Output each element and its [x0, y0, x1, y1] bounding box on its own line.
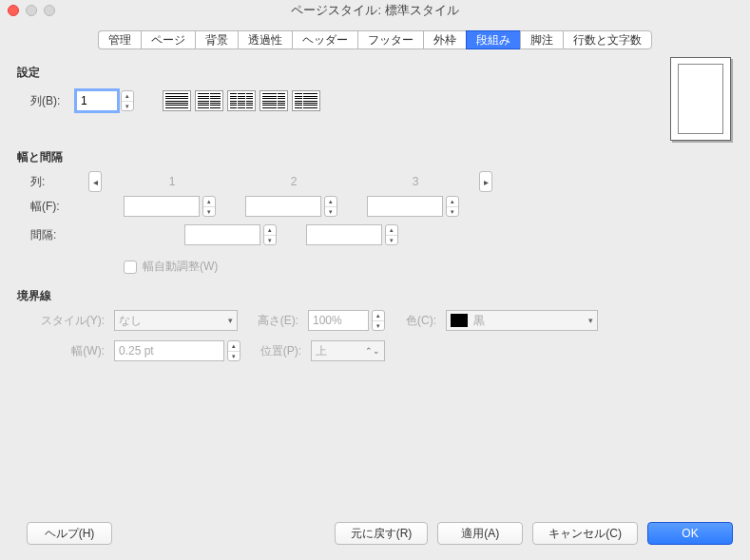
sep-color-label: 色(C): [398, 313, 446, 329]
tab-border[interactable]: 外枠 [423, 30, 466, 49]
tab-textgrid[interactable]: 行数と文字数 [563, 30, 652, 49]
sep-width-stepper[interactable]: ▴▾ [227, 340, 240, 361]
page-preview [670, 57, 731, 141]
columns-stepper[interactable]: ▴▾ [121, 90, 134, 111]
tab-footer[interactable]: フッター [357, 30, 423, 49]
window-minimize-icon [26, 5, 37, 16]
width-input-2[interactable] [245, 196, 321, 217]
col-prev-icon[interactable]: ◂ [88, 171, 102, 192]
spacing-stepper-1[interactable]: ▴▾ [263, 224, 277, 245]
preset-2col[interactable] [195, 90, 223, 111]
tab-footnote[interactable]: 脚注 [520, 30, 563, 49]
section-width-spacing: 幅と間隔 [17, 149, 733, 165]
window-close-icon[interactable] [8, 5, 19, 16]
sep-pos-select[interactable]: 上 ⌃⌄ [311, 340, 385, 361]
width-input-3[interactable] [367, 196, 443, 217]
tab-page[interactable]: ページ [141, 30, 195, 49]
reset-button[interactable]: 元に戻す(R) [335, 522, 429, 545]
colhead-3: 3 [355, 175, 476, 188]
chevron-down-icon: ▾ [588, 316, 593, 325]
width-stepper-1[interactable]: ▴▾ [202, 196, 216, 217]
col-label: 列: [30, 174, 86, 190]
sep-height-stepper[interactable]: ▴▾ [372, 310, 385, 331]
width-input-1[interactable] [124, 196, 200, 217]
spacing-input-2[interactable] [306, 224, 382, 245]
spacing-input-1[interactable] [184, 224, 260, 245]
color-swatch-icon [451, 314, 468, 327]
tab-organize[interactable]: 管理 [98, 30, 141, 49]
sep-color-value: 黒 [473, 313, 485, 329]
sep-width-input[interactable] [114, 340, 224, 361]
preset-1col[interactable] [163, 90, 191, 111]
dialog-title: ページスタイル: 標準スタイル [291, 2, 458, 19]
cancel-button[interactable]: キャンセル(C) [532, 522, 638, 545]
section-settings: 設定 [17, 65, 733, 81]
apply-button[interactable]: 適用(A) [437, 522, 523, 545]
tab-transparency[interactable]: 透過性 [238, 30, 292, 49]
sep-height-input[interactable] [308, 310, 369, 331]
width-label: 幅(F): [30, 199, 106, 215]
section-separator: 境界線 [17, 288, 733, 304]
autowidth-label: 幅自動調整(W) [143, 259, 218, 275]
preset-2col-right[interactable] [292, 90, 320, 111]
colhead-1: 1 [111, 175, 233, 188]
sep-pos-label: 位置(P): [254, 343, 311, 359]
help-button[interactable]: ヘルプ(H) [27, 522, 112, 545]
colhead-2: 2 [233, 175, 355, 188]
window-zoom-icon [44, 5, 55, 16]
width-stepper-2[interactable]: ▴▾ [324, 196, 337, 217]
sep-color-select[interactable]: 黒 ▾ [446, 310, 598, 331]
col-next-icon[interactable]: ▸ [479, 171, 492, 192]
width-stepper-3[interactable]: ▴▾ [446, 196, 459, 217]
tab-header[interactable]: ヘッダー [292, 30, 357, 49]
columns-input[interactable] [76, 90, 118, 111]
tab-columns[interactable]: 段組み [466, 30, 520, 49]
preset-3col[interactable] [227, 90, 256, 111]
chevron-down-icon: ▾ [228, 316, 233, 325]
sep-style-label: スタイル(Y): [30, 313, 114, 329]
sep-style-value: なし [119, 313, 142, 329]
preset-2col-left[interactable] [260, 90, 288, 111]
autowidth-checkbox[interactable] [124, 261, 137, 274]
sep-height-label: 高さ(E): [251, 313, 308, 329]
sep-width-label: 幅(W): [30, 343, 114, 359]
sep-style-select[interactable]: なし ▾ [114, 310, 238, 331]
sep-pos-value: 上 [316, 343, 327, 359]
tabbar: 管理 ページ 背景 透過性 ヘッダー フッター 外枠 段組み 脚注 行数と文字数 [98, 30, 652, 49]
columns-label: 列(B): [30, 93, 76, 109]
tab-background[interactable]: 背景 [195, 30, 238, 49]
spacing-stepper-2[interactable]: ▴▾ [385, 224, 398, 245]
updown-icon: ⌃⌄ [365, 346, 380, 356]
ok-button[interactable]: OK [647, 522, 733, 545]
spacing-label: 間隔: [30, 227, 106, 243]
